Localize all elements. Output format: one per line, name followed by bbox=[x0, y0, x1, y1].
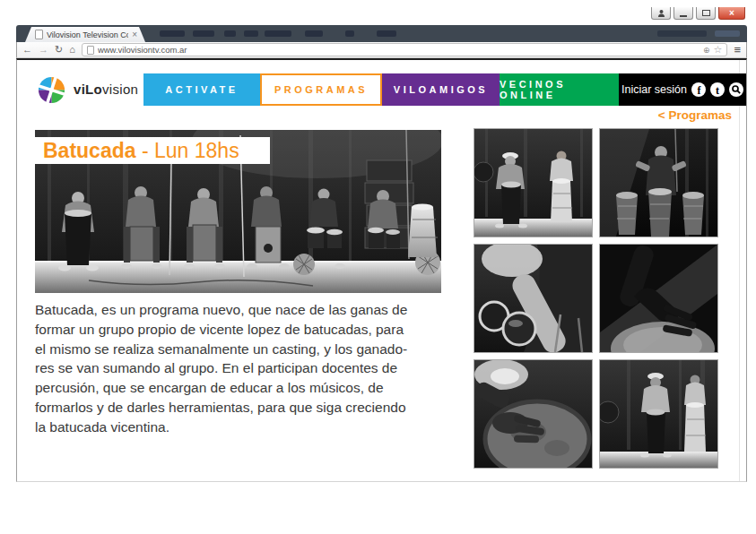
page-icon bbox=[87, 46, 94, 55]
browser-tab[interactable]: Vilovision Television Comu × bbox=[25, 27, 145, 42]
close-window-button[interactable]: × bbox=[718, 7, 745, 20]
person-icon bbox=[657, 9, 665, 17]
gallery-photo-standing-drummer[interactable] bbox=[599, 128, 718, 237]
tabstrip-artifact bbox=[715, 30, 740, 37]
tabstrip-artifact bbox=[160, 30, 185, 37]
browser-toolbar: ← → ↻ ⌂ www.vilovisiontv.com.ar ⊕ ☆ ≡ bbox=[16, 42, 747, 58]
gallery-photo-drumhead-closeup[interactable] bbox=[474, 359, 593, 469]
window-titlebar: × bbox=[16, 7, 747, 25]
nav-activate-button[interactable]: ACTIVATE bbox=[143, 73, 260, 106]
gallery-photo-drummers-pair[interactable] bbox=[474, 128, 593, 237]
tabstrip-artifact bbox=[224, 30, 236, 37]
tabstrip-artifact bbox=[193, 30, 214, 37]
search-icon[interactable] bbox=[729, 82, 743, 97]
minimize-icon bbox=[680, 15, 687, 17]
gallery-photo-congas-stage[interactable] bbox=[599, 359, 718, 469]
url-text[interactable]: www.vilovisiontv.com.ar bbox=[98, 45, 700, 55]
main-photo: Batucada - Lun 18hs bbox=[35, 130, 441, 293]
page-right-edge bbox=[739, 60, 740, 481]
gallery-photo-hands-dark[interactable] bbox=[599, 244, 718, 353]
tab-favicon-icon bbox=[35, 30, 43, 39]
tabstrip-artifact bbox=[244, 30, 258, 37]
svg-text:t: t bbox=[716, 84, 719, 97]
login-button[interactable]: Iniciar sesión bbox=[621, 83, 687, 96]
logo-bold-part: viLo bbox=[74, 82, 102, 97]
tabstrip-artifact bbox=[657, 30, 707, 37]
tab-close-icon[interactable]: × bbox=[132, 30, 137, 39]
tabstrip-artifact bbox=[265, 30, 291, 37]
program-title-bar: Batucada - Lun 18hs bbox=[35, 137, 270, 164]
zoom-icon[interactable]: ⊕ bbox=[703, 46, 710, 55]
tabstrip-artifact bbox=[377, 30, 396, 37]
main-navigation: ACTIVATE PROGRAMAS VILOAMIGOS VECINOS ON… bbox=[143, 73, 746, 106]
twitter-icon[interactable]: t bbox=[710, 82, 725, 97]
facebook-icon[interactable]: f bbox=[691, 82, 706, 97]
menu-button[interactable]: ≡ bbox=[734, 43, 741, 56]
gallery-image-1 bbox=[474, 129, 592, 237]
photo-gallery bbox=[474, 128, 718, 469]
gallery-image-5 bbox=[474, 360, 592, 468]
reload-button[interactable]: ↻ bbox=[55, 45, 63, 55]
minimize-button[interactable] bbox=[673, 7, 693, 20]
profile-button[interactable] bbox=[651, 7, 671, 20]
breadcrumb-programas-link[interactable]: < Programas bbox=[658, 108, 732, 122]
program-schedule: - Lun 18hs bbox=[136, 139, 239, 163]
gallery-photo-bongo-player[interactable] bbox=[474, 244, 593, 353]
browser-tabstrip: Vilovision Television Comu × bbox=[16, 25, 747, 42]
gallery-image-4 bbox=[600, 245, 717, 352]
back-button[interactable]: ← bbox=[22, 45, 32, 55]
nav-programas-button[interactable]: PROGRAMAS bbox=[260, 73, 382, 106]
gallery-image-2 bbox=[600, 129, 717, 237]
address-bar[interactable]: www.vilovisiontv.com.ar ⊕ ☆ bbox=[82, 43, 728, 56]
browser-window: × Vilovision Television Comu × ← → ↻ ⌂ w… bbox=[16, 7, 747, 481]
home-button[interactable]: ⌂ bbox=[69, 45, 75, 55]
gallery-image-3 bbox=[474, 245, 592, 352]
gallery-image-6 bbox=[600, 360, 717, 468]
logo-wordmark[interactable]: viLovision bbox=[74, 82, 138, 97]
tabstrip-artifact bbox=[345, 30, 354, 37]
program-title: Batucada bbox=[43, 139, 136, 163]
vilovision-logo-icon[interactable] bbox=[36, 74, 67, 106]
tab-title: Vilovision Television Comu bbox=[47, 30, 128, 39]
tabstrip-artifact bbox=[305, 30, 323, 37]
login-section: Iniciar sesión f t bbox=[619, 73, 746, 106]
page-content: viLovision ACTIVATE PROGRAMAS VILOAMIGOS… bbox=[16, 58, 747, 482]
program-description: Batucada, es un programa nuevo, que nace… bbox=[35, 300, 449, 437]
bookmark-star-icon[interactable]: ☆ bbox=[714, 44, 723, 56]
logo-regular-part: vision bbox=[102, 82, 138, 97]
forward-button[interactable]: → bbox=[39, 45, 48, 55]
window-controls: × bbox=[651, 7, 745, 20]
maximize-icon bbox=[702, 10, 710, 16]
maximize-button[interactable] bbox=[696, 7, 716, 20]
nav-vecinos-online-button[interactable]: VECINOS ONLINE bbox=[500, 73, 619, 106]
close-icon: × bbox=[729, 8, 734, 18]
nav-viloamigos-button[interactable]: VILOAMIGOS bbox=[382, 73, 500, 106]
